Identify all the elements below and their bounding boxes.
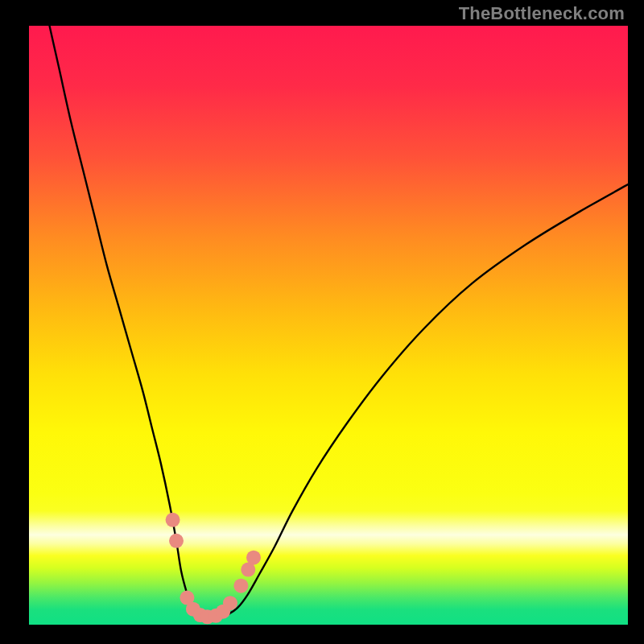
plot-area xyxy=(29,26,628,625)
marker-dot xyxy=(246,551,261,565)
watermark-text: TheBottleneck.com xyxy=(459,3,625,24)
marker-dot xyxy=(169,534,184,548)
marker-dot xyxy=(166,513,180,527)
marker-dot xyxy=(233,579,248,593)
bottleneck-curve xyxy=(35,26,628,617)
chart-frame: TheBottleneck.com xyxy=(0,0,644,644)
marker-dot xyxy=(223,596,237,610)
curve-layer xyxy=(29,26,628,625)
